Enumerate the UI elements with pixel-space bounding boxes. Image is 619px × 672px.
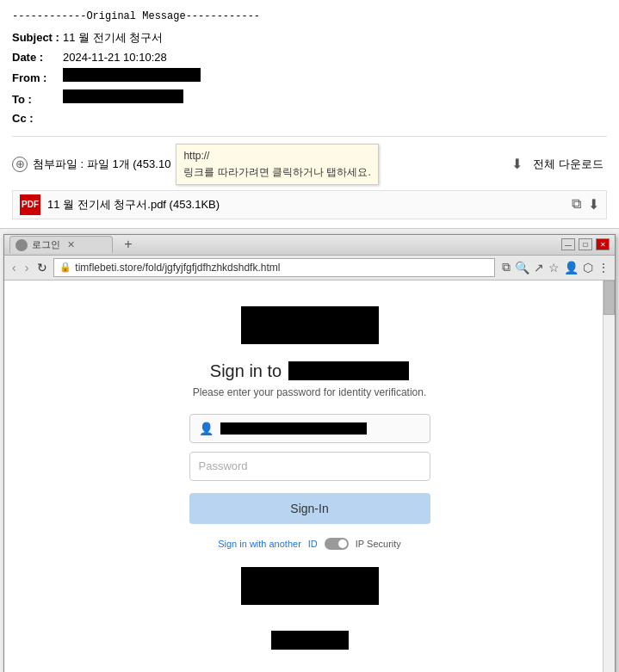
browser-content: Sign in to Please enter your password fo… — [4, 281, 615, 672]
sign-in-title: Sign in to — [210, 361, 409, 381]
browser-tab[interactable]: 로그인 ✕ — [9, 236, 113, 253]
cc-field: Cc : — [12, 110, 607, 127]
star-icon[interactable]: ☆ — [548, 261, 560, 274]
password-placeholder: Password — [199, 459, 248, 472]
window-controls: — □ ✕ — [561, 238, 610, 250]
close-btn[interactable]: ✕ — [596, 238, 610, 250]
bottom-small-redacted — [271, 631, 349, 650]
sign-in-to-text: Sign in to — [210, 361, 282, 381]
profile-icon[interactable]: 👤 — [564, 261, 579, 274]
date-field: Date : 2024-11-21 10:10:28 — [12, 49, 607, 66]
browser-nav: ‹ › ↻ 🔒 timflebeti.store/fold/jgfyjfgfjd… — [4, 256, 615, 281]
signin-another-text[interactable]: Sign in with another — [218, 539, 301, 549]
subject-field: Subject : 11 월 전기세 청구서 — [12, 29, 607, 46]
original-message-header: ------------Original Message------------ — [12, 10, 607, 22]
lock-icon: 🔒 — [59, 262, 71, 273]
pdf-download-icon[interactable]: ⬇ — [588, 196, 599, 213]
ip-security-toggle[interactable] — [325, 538, 349, 550]
from-value-redacted — [63, 68, 201, 82]
new-tab-btn[interactable]: + — [120, 236, 137, 253]
attachment-left: ⊕ 첨부파일 : 파일 1개 (453.10 http:// 링크를 따라가려면… — [12, 144, 504, 185]
to-value-redacted — [63, 89, 183, 103]
sign-in-subtitle: Please enter your password for identity … — [193, 386, 426, 398]
bookmark-copy-icon[interactable]: ⧉ — [502, 260, 511, 274]
from-field: From : — [12, 68, 607, 87]
person-icon: 👤 — [199, 422, 214, 435]
signin-options: Sign in with another ID IP Security — [218, 538, 401, 550]
attachment-text: 첨부파일 : 파일 1개 (453.10 — [33, 157, 170, 172]
email-input-value-redacted — [220, 422, 367, 435]
from-label: From : — [12, 70, 59, 87]
to-label: To : — [12, 91, 59, 108]
address-bar[interactable]: 🔒 timflebeti.store/fold/jgfyjfgfjdfhzhkd… — [53, 258, 495, 277]
toggle-knob — [338, 539, 347, 548]
id-label: ID — [308, 539, 318, 549]
subject-value: 11 월 전기세 청구서 — [63, 29, 163, 46]
date-label: Date : — [12, 49, 59, 66]
pdf-actions: ⧉ ⬇ — [572, 196, 599, 213]
restore-btn[interactable]: □ — [579, 238, 592, 250]
tooltip-line2: 링크를 따라가려면 클릭하거나 탭하세요. — [183, 166, 370, 178]
download-icon[interactable]: ⬇ — [504, 156, 529, 172]
refresh-btn[interactable]: ↻ — [34, 261, 50, 274]
company-name-redacted — [288, 361, 409, 380]
cc-label: Cc : — [12, 110, 59, 127]
share-icon[interactable]: ↗ — [534, 261, 544, 274]
pdf-icon: PDF — [20, 194, 40, 215]
pdf-filename: 11 월 전기세 청구서.pdf (453.1KB) — [47, 197, 572, 213]
scrollbar-thumb[interactable] — [604, 281, 615, 315]
email-section: ------------Original Message------------… — [0, 0, 619, 229]
tab-close-btn[interactable]: ✕ — [67, 239, 75, 250]
browser-window: 로그인 ✕ + — □ ✕ ‹ › ↻ 🔒 timflebeti.store/f… — [3, 234, 616, 672]
page-content: Sign in to Please enter your password fo… — [103, 298, 517, 667]
tooltip-line1: http:// — [183, 150, 209, 162]
tab-favicon — [15, 239, 28, 251]
extension-icon[interactable]: ⬡ — [583, 261, 593, 274]
browser-titlebar: 로그인 ✕ + — □ ✕ — [4, 235, 615, 256]
link-tooltip: http:// 링크를 따라가려면 클릭하거나 탭하세요. — [176, 144, 378, 185]
subject-label: Subject : — [12, 29, 59, 46]
top-logo-redacted — [241, 306, 379, 344]
password-input[interactable]: Password — [189, 452, 430, 481]
attachment-expand-btn[interactable]: ⊕ — [12, 157, 28, 172]
ip-security-label: IP Security — [356, 539, 401, 549]
scrollbar[interactable] — [603, 281, 615, 672]
back-btn[interactable]: ‹ — [9, 261, 19, 274]
download-all-button[interactable]: 전체 다운로드 — [529, 155, 607, 174]
pdf-preview-icon[interactable]: ⧉ — [572, 196, 581, 213]
address-text: timflebeti.store/fold/jgfyjfgfjdfhzhkdsh… — [75, 262, 280, 274]
date-value: 2024-11-21 10:10:28 — [63, 49, 167, 66]
email-input[interactable]: 👤 — [189, 414, 430, 443]
signin-button[interactable]: Sign-In — [189, 493, 430, 524]
forward-btn[interactable]: › — [22, 261, 32, 274]
zoom-icon[interactable]: 🔍 — [515, 261, 529, 274]
to-field: To : — [12, 89, 607, 108]
toolbar-icons: ⧉ 🔍 ↗ ☆ 👤 ⬡ ⋮ — [502, 260, 610, 274]
tab-label: 로그인 — [32, 238, 60, 251]
menu-icon[interactable]: ⋮ — [597, 261, 610, 274]
minimize-btn[interactable]: — — [561, 238, 575, 250]
attachment-row: ⊕ 첨부파일 : 파일 1개 (453.10 http:// 링크를 따라가려면… — [12, 136, 607, 185]
pdf-row: PDF 11 월 전기세 청구서.pdf (453.1KB) ⧉ ⬇ — [12, 190, 607, 219]
bottom-logo-redacted — [241, 567, 379, 605]
